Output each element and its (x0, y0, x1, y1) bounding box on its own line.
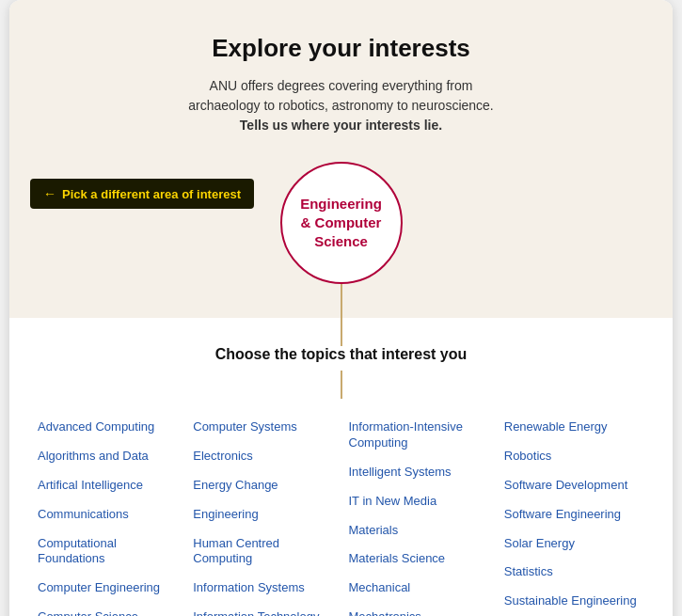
choose-label: Choose the topics that interest you (9, 346, 673, 363)
topic-information-systems[interactable]: Information Systems (193, 580, 333, 596)
main-card: Explore your interests ANU offers degree… (9, 0, 673, 616)
interest-circle[interactable]: Engineering& ComputerScience (280, 162, 403, 284)
topics-col-2: Computer Systems Electronics Energy Chan… (185, 419, 341, 616)
topic-software-development[interactable]: Software Development (504, 478, 644, 494)
topic-software-engineering[interactable]: Software Engineering (504, 507, 644, 523)
topics-col-3: Information-Intensive Computing Intellig… (341, 419, 497, 616)
topic-computer-science[interactable]: Computer Science (38, 609, 178, 616)
topic-intelligent-systems[interactable]: Intelligent Systems (349, 465, 489, 481)
topics-grid: Advanced Computing Algorithms and Data A… (9, 403, 673, 616)
topic-computational-foundations[interactable]: Computational Foundations (38, 536, 178, 568)
pick-button-label: Pick a different area of interest (62, 187, 241, 201)
topics-col-4: Renewable Energy Robotics Software Devel… (497, 419, 652, 616)
topic-materials-science[interactable]: Materials Science (349, 551, 489, 567)
upper-section: ← Pick a different area of interest Engi… (9, 162, 673, 318)
topic-information-technology[interactable]: Information Technology (193, 609, 333, 616)
topic-materials[interactable]: Materials (349, 523, 489, 539)
connector-middle (341, 318, 342, 346)
connector-top (341, 284, 342, 318)
subtitle-bold: Tells us where your interests lie. (240, 118, 442, 133)
pick-button-area: ← Pick a different area of interest (9, 162, 216, 318)
topic-it-new-media[interactable]: IT in New Media (349, 494, 489, 510)
right-spacer (466, 162, 673, 318)
topic-human-centred-computing[interactable]: Human Centred Computing (193, 536, 333, 568)
topic-artificial-intelligence[interactable]: Artifical Intelligence (38, 478, 178, 494)
topic-electronics[interactable]: Electronics (193, 449, 333, 465)
choose-section: Choose the topics that interest you (9, 346, 673, 363)
topic-energy-change[interactable]: Energy Change (193, 478, 333, 494)
topic-communications[interactable]: Communications (38, 507, 178, 523)
white-section: Choose the topics that interest you Adva… (9, 318, 673, 616)
topic-advanced-computing[interactable]: Advanced Computing (38, 419, 178, 435)
topic-engineering[interactable]: Engineering (193, 507, 333, 523)
center-area: Engineering& ComputerScience (216, 162, 466, 318)
arrow-icon: ← (43, 186, 56, 201)
topic-computer-engineering[interactable]: Computer Engineering (38, 580, 178, 596)
subtitle-line2: archaeology to robotics, astronomy to ne… (188, 98, 494, 113)
topic-algorithms-data[interactable]: Algorithms and Data (38, 449, 178, 465)
topic-robotics[interactable]: Robotics (504, 449, 644, 465)
topic-sustainable-engineering[interactable]: Sustainable Engineering (504, 593, 644, 609)
connector-bottom (341, 371, 342, 399)
circle-text: Engineering& ComputerScience (293, 187, 389, 260)
page-title: Explore your interests (66, 34, 616, 63)
topic-solar-energy[interactable]: Solar Energy (504, 536, 644, 552)
header-subtitle: ANU offers degrees covering everything f… (66, 76, 616, 135)
topics-col-1: Advanced Computing Algorithms and Data A… (30, 419, 185, 616)
subtitle-line1: ANU offers degrees covering everything f… (210, 78, 473, 93)
topic-mechatronics[interactable]: Mechatronics (349, 609, 489, 616)
topic-statistics[interactable]: Statistics (504, 564, 644, 580)
topic-info-intensive-computing[interactable]: Information-Intensive Computing (349, 419, 489, 451)
topic-renewable-energy[interactable]: Renewable Energy (504, 419, 644, 435)
topic-computer-systems[interactable]: Computer Systems (193, 419, 333, 435)
topic-mechanical[interactable]: Mechanical (349, 580, 489, 596)
header-section: Explore your interests ANU offers degree… (9, 0, 673, 162)
